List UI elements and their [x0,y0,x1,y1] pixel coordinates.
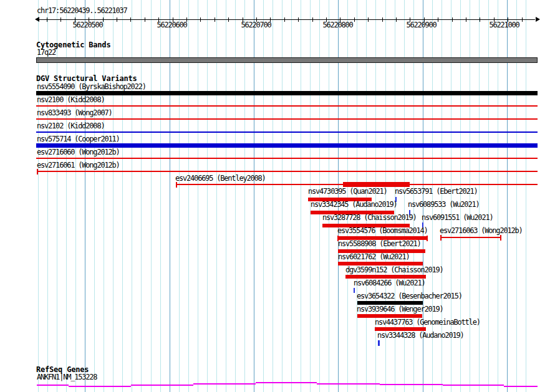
ruler-tick [382,17,383,22]
ruler-tick [438,17,438,22]
region-coordinates: chr17:56220439..56221037 [37,7,127,15]
variant-label[interactable]: nsv6089533 (Wu2021) [408,201,479,209]
left-arrow-icon [35,17,39,22]
ruler-tick [368,17,369,22]
variant-tick[interactable] [354,288,355,293]
genome-browser-view: chr17:56220439..56221037 562205005622060… [0,0,555,392]
ruler-tick [60,17,61,22]
ruler-tick [452,17,453,22]
variant-label[interactable]: nsv5653791 (Ebert2021) [395,188,478,196]
ruler-tick-label: 56220700 [241,21,271,29]
variant-label[interactable]: nsv3939646 (Wenger2019) [357,305,443,313]
cytoband-label: 17q22 [37,49,56,57]
ruler-tick [466,17,466,22]
ruler-tick [522,17,523,22]
variant-label[interactable]: nsv4730395 (Quan2021) [308,188,387,196]
variant-bar[interactable] [36,91,538,95]
variant-label[interactable]: nsv2100 (Kidd2008) [37,96,104,104]
cytoband-bar[interactable] [36,57,538,63]
variant-line[interactable] [36,158,538,159]
ruler-tick-label: 56221000 [489,21,519,29]
ruler-tick-label: 56220500 [72,21,102,29]
ruler-tick [145,17,145,22]
variant-label[interactable]: nsv6091551 (Wu2021) [422,214,493,222]
ruler-tick [47,17,47,22]
gene-line-segment[interactable] [69,386,131,387]
ruler-tick [200,17,201,22]
variant-end-cap [427,236,428,241]
gene-label: ANKFN1|NM_153228 [37,373,97,381]
gene-line-segment[interactable] [131,385,193,386]
gene-line-segment[interactable] [256,382,317,383]
variant-label[interactable]: esv3654322 (Besenbacher2015) [357,292,462,300]
gene-line-segment[interactable] [504,386,538,387]
variant-label[interactable]: nsv575714 (Cooper2011) [37,135,120,143]
variant-label[interactable]: nsv6021762 (Wu2021) [338,253,409,261]
ruler-tick-label: 56220600 [157,21,186,29]
variant-end-cap [500,235,501,241]
variant-bar[interactable] [36,143,538,148]
variant-line[interactable] [36,131,538,133]
variant-end-cap [440,235,442,241]
ruler-tick [117,17,117,22]
variant-line[interactable] [36,105,538,107]
ruler-tick-label: 56220900 [406,21,436,29]
variant-label[interactable]: esv2716060 (Wong2012b) [37,148,120,156]
variant-label[interactable]: nsv833493 (Wong2007) [37,109,112,117]
ruler-tick [228,17,229,22]
ruler-tick [215,17,215,22]
variant-label[interactable]: esv3554576 (Boomsma2014) [337,227,428,235]
variant-line[interactable] [36,118,538,120]
variant-thick-segment[interactable] [343,182,410,187]
ruler-tick [396,17,397,22]
variant-label[interactable]: esv2716063 (Wong2012b) [440,227,523,235]
ruler-tick [312,17,313,22]
variant-tick[interactable] [378,340,380,346]
gene-line-segment[interactable] [193,383,256,385]
variant-label[interactable]: esv2406695 (Bentley2008) [175,174,266,183]
ruler-tick-label: 56220800 [322,21,352,29]
gene-line-segment[interactable] [380,384,443,385]
ruler-tick [354,17,355,22]
ruler-axis-line [39,19,535,20]
variant-label[interactable]: nsv3287728 (Chaisson2019) [322,214,417,222]
gene-line-segment[interactable] [317,383,380,385]
right-arrow-icon [536,17,540,22]
gene-line-segment[interactable] [443,385,504,386]
variant-label[interactable]: nsv5588908 (Ebert2021) [338,240,421,248]
gene-line-segment[interactable] [37,385,69,386]
ruler-tick [103,17,104,22]
variant-line[interactable] [37,171,538,172]
ruler-tick [298,17,299,22]
variant-label[interactable]: nsv4437763 (GenomeinaBottle) [375,318,480,327]
variant-line[interactable] [441,237,501,238]
variant-label[interactable]: nsv3344328 (Audano2019) [377,332,464,340]
variant-label[interactable]: esv2716061 (Wong2012b) [37,161,120,170]
variant-label[interactable]: nsv3342345 (Audano2019) [311,201,397,209]
variant-label[interactable]: dgv3599n152 (Chaisson2019) [345,266,443,274]
ruler-tick [130,17,131,22]
ruler-tick [480,17,480,22]
variant-label[interactable]: nsv5554090 (ByrskaBishop2022) [37,83,146,91]
variant-label[interactable]: nsv6084266 (Wu2021) [354,279,425,287]
ruler-tick [284,17,285,22]
variant-label[interactable]: nsv2102 (Kidd2008) [37,122,104,130]
